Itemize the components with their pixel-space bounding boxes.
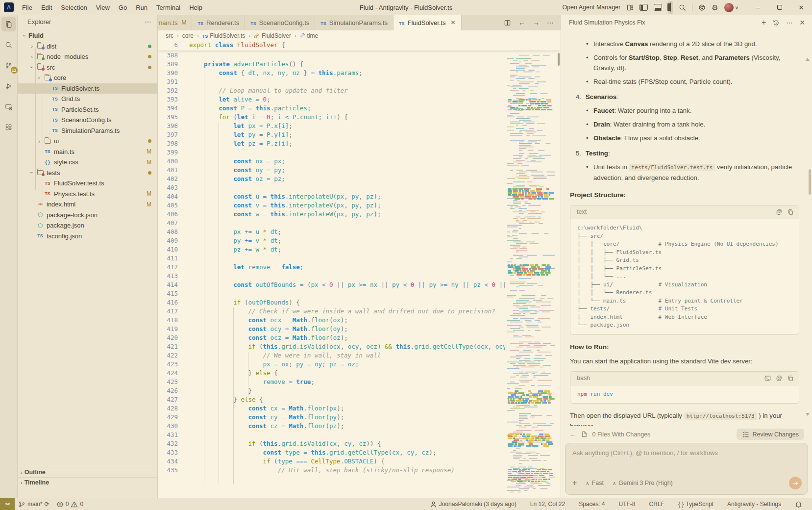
breadcrumb[interactable]: src›core›TSFluidSolver.ts›FluidSolver›ti… bbox=[158, 30, 561, 41]
code-line-388[interactable]: 388 bbox=[158, 51, 505, 60]
terminal-icon[interactable] bbox=[764, 375, 771, 382]
code-line-414[interactable]: 414 const outOfBounds = (px < 0 || px >=… bbox=[158, 281, 505, 290]
nav-forward-icon[interactable]: → bbox=[533, 19, 540, 26]
code-line-422[interactable]: 422 // We were in wall, stay in wall bbox=[158, 352, 505, 360]
tab-simulationparams.ts[interactable]: TSSimulationParams.ts bbox=[315, 15, 394, 30]
tree-item-ui[interactable]: ›ui bbox=[18, 136, 157, 147]
tab-scenarioconfig.ts[interactable]: TSScenarioConfig.ts bbox=[245, 15, 315, 30]
code-line-400[interactable]: 400 const ox = px; bbox=[158, 157, 505, 166]
close-button[interactable]: ✕ bbox=[790, 0, 812, 15]
code-line-420[interactable]: 420 const ocz = Math.floor(oz); bbox=[158, 334, 505, 343]
code-line-403[interactable]: 403 bbox=[158, 184, 505, 193]
activity-search[interactable] bbox=[1, 37, 16, 52]
activity-explorer[interactable] bbox=[1, 17, 16, 31]
menu-view[interactable]: View bbox=[92, 2, 114, 13]
cursor-position[interactable]: Ln 12, Col 22 bbox=[527, 498, 568, 510]
activity-extensions[interactable] bbox=[1, 120, 16, 134]
code-line-433[interactable]: 433 const type = this.grid.getCellType(c… bbox=[158, 449, 505, 458]
code-line-404[interactable]: 404 const u = this.interpolateU(px, py, … bbox=[158, 193, 505, 202]
code-line-427[interactable]: 427 } else { bbox=[158, 396, 505, 405]
copy-icon[interactable] bbox=[787, 209, 794, 215]
menu-edit[interactable]: Edit bbox=[37, 2, 56, 13]
sticky-scroll-line[interactable]: 6export class FluidSolver { bbox=[158, 41, 561, 51]
language-mode[interactable]: { }TypeScript bbox=[675, 498, 716, 510]
activity-remote[interactable] bbox=[1, 99, 16, 114]
open-agent-manager-button[interactable]: Open Agent Manager bbox=[562, 4, 620, 11]
activity-run-debug[interactable] bbox=[1, 78, 16, 93]
blame-author[interactable]: JoonasPalomaki (3 days ago) bbox=[427, 498, 519, 510]
tree-item-simulationparams.ts[interactable]: TSSimulationParams.ts bbox=[18, 126, 157, 136]
tab-renderer.ts[interactable]: TSRenderer.ts bbox=[192, 15, 245, 30]
code-line-402[interactable]: 402 const oz = pz; bbox=[158, 175, 505, 184]
agent-manager-icon[interactable] bbox=[626, 4, 634, 11]
code-line-421[interactable]: 421 if (this.grid.isValid(ocx, ocy, ocz)… bbox=[158, 343, 505, 352]
tree-item-package-lock.json[interactable]: ⬡package-lock.json bbox=[18, 210, 157, 221]
eol[interactable]: CRLF bbox=[646, 498, 667, 510]
code-line-412[interactable]: 412 let remove = false; bbox=[158, 263, 505, 272]
tree-item-index.html[interactable]: </>index.htmlM bbox=[18, 199, 157, 210]
code-line-435[interactable]: 435 // Hit wall, step back (sticky/no-sl… bbox=[158, 466, 505, 475]
code-line-413[interactable]: 413 bbox=[158, 272, 505, 281]
code-line-417[interactable]: 417 // Check if we were inside a wall an… bbox=[158, 307, 505, 316]
code-line-429[interactable]: 429 const cy = Math.floor(py); bbox=[158, 413, 505, 422]
indentation[interactable]: Spaces: 4 bbox=[576, 498, 608, 510]
code-line-391[interactable]: 391 bbox=[158, 78, 505, 87]
tree-item-fluidsolver.test.ts[interactable]: TSFluidSolver.test.ts bbox=[18, 178, 157, 189]
tree-item-fluid[interactable]: ›Fluid bbox=[18, 30, 157, 41]
history-icon[interactable] bbox=[772, 19, 780, 26]
breadcrumb-time[interactable]: time bbox=[300, 32, 319, 39]
minimize-button[interactable]: – bbox=[747, 0, 769, 15]
code-line-396[interactable]: 396 let px = P.x[i]; bbox=[158, 122, 505, 131]
code-line-411[interactable]: 411 bbox=[158, 255, 505, 263]
tab-main.ts[interactable]: TSmain.tsM bbox=[158, 15, 192, 30]
back-icon[interactable]: ← bbox=[570, 431, 576, 438]
menu-go[interactable]: Go bbox=[114, 2, 131, 13]
tree-item-package.json[interactable]: ⬡package.json bbox=[18, 220, 157, 231]
code-line-431[interactable]: 431 bbox=[158, 431, 505, 440]
gear-icon[interactable]: ⚙ bbox=[712, 4, 718, 11]
split-editor-icon[interactable] bbox=[504, 19, 511, 26]
code-line-426[interactable]: 426 } bbox=[158, 387, 505, 396]
code-line-419[interactable]: 419 const ocy = Math.floor(oy); bbox=[158, 325, 505, 334]
mode-selector[interactable]: ∧Fast bbox=[586, 480, 604, 486]
editor-more-icon[interactable]: ⋯ bbox=[547, 19, 554, 26]
account-menu[interactable]: ∨ bbox=[724, 3, 738, 12]
toggle-left-panel-icon[interactable] bbox=[640, 4, 648, 11]
code-line-390[interactable]: 390 const { dt, nx, ny, nz } = this.para… bbox=[158, 69, 505, 78]
menu-terminal[interactable]: Terminal bbox=[152, 2, 185, 13]
code-line-432[interactable]: 432 if (this.grid.isValid(cx, cy, cz)) { bbox=[158, 440, 505, 449]
tree-item-tsconfig.json[interactable]: TStsconfig.json bbox=[18, 231, 157, 242]
tree-item-core[interactable]: ›core bbox=[18, 73, 157, 83]
code-line-392[interactable]: 392 // Loop manual to update and filter bbox=[158, 87, 505, 96]
code-line-399[interactable]: 399 bbox=[158, 149, 505, 157]
breadcrumb-core[interactable]: core bbox=[182, 32, 194, 39]
code-line-425[interactable]: 425 remove = true; bbox=[158, 378, 505, 387]
code-line-416[interactable]: 416 if (outOfBounds) { bbox=[158, 299, 505, 307]
code-line-397[interactable]: 397 let py = P.y[i]; bbox=[158, 131, 505, 140]
menu-file[interactable]: File bbox=[18, 2, 37, 13]
code-area[interactable]: 6export class FluidSolver { 388389 priva… bbox=[158, 41, 561, 498]
minimap[interactable] bbox=[506, 41, 555, 498]
at-icon[interactable]: @ bbox=[776, 373, 782, 383]
problems[interactable]: 00 bbox=[53, 498, 87, 510]
code-line-430[interactable]: 430 const cz = Math.floor(pz); bbox=[158, 422, 505, 431]
code-line-398[interactable]: 398 let pz = P.z[i]; bbox=[158, 140, 505, 149]
nav-back-icon[interactable]: ← bbox=[518, 19, 525, 26]
maximize-button[interactable] bbox=[769, 0, 790, 15]
tree-item-physics.test.ts[interactable]: TSPhysics.test.tsM bbox=[18, 189, 157, 200]
tree-item-style.css[interactable]: { }style.cssM bbox=[18, 157, 157, 168]
toggle-right-panel-active[interactable] bbox=[668, 1, 673, 14]
search-icon[interactable] bbox=[679, 4, 686, 11]
agent-conversation[interactable]: Interactive Canvas rendering of a 2D sli… bbox=[561, 30, 812, 426]
code-line-434[interactable]: 434 if (type === CellType.OBSTACLE) { bbox=[158, 458, 505, 466]
editor-scrollbar[interactable] bbox=[558, 53, 560, 66]
code-line-389[interactable]: 389 private advectParticles() { bbox=[158, 60, 505, 69]
agent-scrollbar[interactable] bbox=[809, 169, 811, 195]
agent-input-box[interactable]: Ask anything (Ctrl+L), @ to mention, / f… bbox=[565, 443, 808, 495]
send-button[interactable] bbox=[789, 477, 802, 489]
tree-item-src[interactable]: ›src bbox=[18, 62, 157, 73]
code-line-393[interactable]: 393 let alive = 0; bbox=[158, 96, 505, 104]
code-line-428[interactable]: 428 const cx = Math.floor(px); bbox=[158, 405, 505, 413]
code-line-405[interactable]: 405 const v = this.interpolateV(px, py, … bbox=[158, 202, 505, 210]
scroll-down-icon[interactable] bbox=[806, 413, 810, 416]
